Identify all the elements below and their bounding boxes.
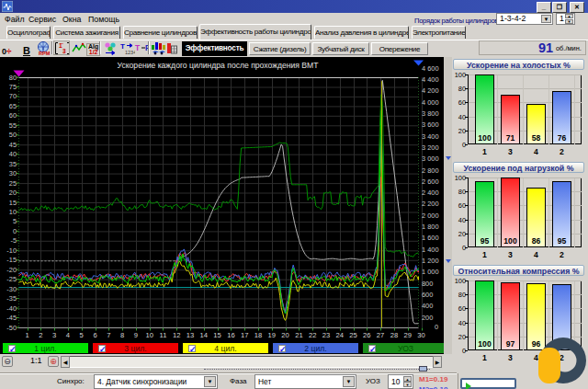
svg-text:400: 400 (422, 302, 433, 310)
svg-text:3 400: 3 400 (422, 132, 439, 141)
svg-text:80: 80 (9, 74, 17, 82)
svg-text:0: 0 (435, 323, 438, 331)
svg-text:15: 15 (213, 331, 220, 339)
svg-text:20: 20 (9, 189, 17, 197)
svg-text:6: 6 (93, 331, 96, 339)
svg-text:-35: -35 (6, 294, 17, 303)
svg-text:4 600: 4 600 (422, 64, 439, 73)
svg-text:3: 3 (52, 331, 56, 339)
svg-text:3: 3 (62, 48, 66, 54)
svg-text:10: 10 (145, 331, 153, 339)
svg-text:40: 40 (9, 150, 17, 158)
svg-text:24: 24 (336, 331, 344, 339)
svg-text:2 800: 2 800 (422, 166, 439, 175)
svg-text:3 800: 3 800 (422, 109, 439, 118)
svg-text:26: 26 (363, 331, 370, 339)
svg-text:T: T (135, 43, 141, 52)
svg-text:4 000: 4 000 (422, 98, 439, 107)
svg-text:5: 5 (80, 331, 84, 339)
svg-text:Ускорение каждого цилиндра пос: Ускорение каждого цилиндра после прохожд… (118, 61, 320, 70)
svg-text:60: 60 (9, 111, 17, 120)
svg-text:30: 30 (9, 169, 17, 177)
svg-text:27: 27 (377, 331, 384, 339)
svg-text:-10: -10 (6, 246, 17, 255)
svg-text:16: 16 (227, 331, 234, 339)
svg-text:70: 70 (9, 92, 17, 100)
svg-text:1 800: 1 800 (422, 223, 439, 231)
svg-text:15: 15 (9, 199, 17, 207)
svg-text:30: 30 (417, 331, 424, 339)
svg-text:50: 50 (9, 131, 17, 139)
svg-text:22: 22 (309, 331, 316, 339)
svg-text:-25: -25 (6, 275, 17, 283)
svg-text:2: 2 (39, 331, 42, 339)
svg-text:12: 12 (173, 331, 180, 339)
svg-text:75: 75 (9, 83, 17, 91)
svg-text:-20: -20 (6, 266, 17, 274)
svg-text:5: 5 (13, 217, 17, 225)
svg-text:23: 23 (322, 331, 330, 339)
svg-text:1 200: 1 200 (422, 257, 439, 265)
svg-text:7: 7 (107, 331, 110, 339)
svg-text:14: 14 (200, 331, 208, 339)
svg-text:4 200: 4 200 (422, 86, 439, 95)
svg-text:18: 18 (254, 331, 262, 339)
svg-text:4 400: 4 400 (422, 75, 439, 84)
svg-text:20: 20 (281, 331, 288, 339)
svg-text:2 600: 2 600 (422, 177, 439, 186)
svg-text:1: 1 (25, 331, 28, 339)
svg-text:-5: -5 (10, 236, 17, 245)
svg-text:29: 29 (403, 331, 411, 339)
svg-text:19: 19 (268, 331, 276, 339)
svg-text:55: 55 (9, 121, 17, 130)
svg-text:4: 4 (66, 331, 70, 339)
svg-text:3 000: 3 000 (422, 154, 439, 163)
svg-text:25: 25 (9, 179, 17, 188)
svg-text:17: 17 (241, 331, 248, 339)
svg-text:-45: -45 (6, 314, 17, 322)
svg-text:600: 600 (422, 291, 433, 299)
svg-text:25: 25 (349, 331, 356, 339)
svg-text:2 400: 2 400 (422, 189, 439, 197)
svg-text:2 200: 2 200 (422, 200, 439, 208)
svg-text:800: 800 (422, 280, 433, 288)
svg-text:1 400: 1 400 (422, 246, 439, 254)
svg-text:1 000: 1 000 (422, 268, 439, 276)
svg-text:9: 9 (134, 331, 138, 339)
svg-text:-15: -15 (6, 256, 17, 264)
svg-text:65: 65 (9, 102, 17, 110)
svg-text:-50: -50 (6, 324, 17, 332)
svg-text:11: 11 (160, 331, 167, 339)
svg-text:35: 35 (9, 160, 17, 168)
svg-text:-30: -30 (6, 285, 17, 293)
svg-text:-40: -40 (6, 304, 17, 313)
svg-text:0: 0 (13, 227, 17, 235)
svg-text:13: 13 (187, 331, 194, 339)
svg-text:3 200: 3 200 (422, 143, 439, 152)
svg-text:200: 200 (422, 314, 433, 322)
svg-text:8: 8 (120, 331, 124, 339)
svg-text:45: 45 (9, 141, 17, 149)
svg-text:1 600: 1 600 (422, 234, 439, 242)
svg-text:21: 21 (295, 331, 302, 339)
svg-text:RPM: RPM (39, 51, 51, 56)
svg-text:3 600: 3 600 (422, 120, 439, 129)
svg-text:2 000: 2 000 (422, 212, 439, 220)
svg-text:28: 28 (390, 331, 398, 339)
svg-text:10: 10 (9, 208, 17, 216)
